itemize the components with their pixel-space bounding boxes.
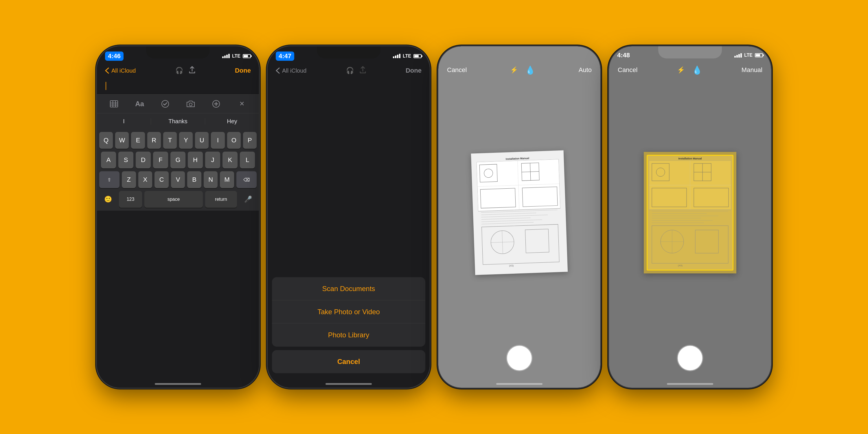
key-t[interactable]: T [163, 132, 177, 149]
key-f[interactable]: F [153, 152, 168, 168]
status-right-2: LTE [393, 54, 422, 59]
notch-1 [146, 46, 210, 58]
key-row-1: Q W E R T Y U I O P [99, 132, 257, 149]
phone-4: 4:48 LTE [609, 46, 771, 388]
notch-2 [317, 46, 380, 58]
home-indicator-4 [667, 383, 713, 385]
key-o[interactable]: O [227, 132, 241, 149]
done-button-2[interactable]: Done [406, 67, 422, 74]
mic-key[interactable]: 🎤 [239, 191, 257, 208]
cancel-button[interactable]: Cancel [272, 350, 425, 373]
scan-documents-button[interactable]: Scan Documents [272, 277, 425, 300]
document-3: Installation Manual [471, 151, 568, 275]
key-k[interactable]: K [222, 152, 238, 168]
key-h[interactable]: H [188, 152, 203, 168]
key-c[interactable]: C [155, 171, 169, 188]
key-v[interactable]: V [171, 171, 185, 188]
battery-4 [755, 53, 763, 57]
flash-icon-3[interactable]: ⚡ [510, 66, 518, 74]
svg-point-6 [189, 103, 192, 106]
svg-rect-48 [652, 226, 728, 263]
key-q[interactable]: Q [99, 132, 113, 149]
notes-content-1[interactable] [97, 78, 259, 94]
status-time-1: 4:46 [105, 52, 124, 61]
key-e[interactable]: E [131, 132, 145, 149]
predict-1[interactable]: I [97, 118, 151, 125]
close-icon[interactable]: ✕ [236, 98, 248, 110]
key-delete[interactable]: ⌫ [237, 171, 257, 188]
key-a[interactable]: A [101, 152, 116, 168]
notes-nav-2: All iCloud 🎧 Done [268, 64, 430, 78]
mode-label-3[interactable]: Auto [579, 66, 592, 74]
headphones-icon-1: 🎧 [175, 67, 183, 74]
doc-diagram-3: (XS) [476, 159, 562, 269]
take-photo-button[interactable]: Take Photo or Video [272, 300, 425, 323]
key-s[interactable]: S [118, 152, 133, 168]
svg-point-5 [162, 100, 169, 107]
back-button-2[interactable]: All iCloud [276, 67, 306, 74]
notch-4 [658, 46, 722, 58]
camera-view-3: Installation Manual [438, 81, 600, 344]
key-row-2: A S D F G H J K L [99, 152, 257, 168]
notch-3 [488, 46, 551, 58]
photo-library-button[interactable]: Photo Library [272, 323, 425, 347]
key-p[interactable]: P [243, 132, 257, 149]
back-label-2: All iCloud [282, 67, 306, 74]
share-icon-1[interactable] [189, 66, 195, 75]
key-shift[interactable]: ⇧ [99, 171, 120, 188]
cancel-button-4[interactable]: Cancel [618, 66, 638, 74]
nav-icons-1: 🎧 [175, 66, 195, 75]
compose-icon[interactable] [210, 98, 222, 110]
doc-diagram-4: (XS) [649, 161, 731, 268]
key-r[interactable]: R [147, 132, 161, 149]
key-d[interactable]: D [136, 152, 151, 168]
status-time-4: 4:48 [617, 52, 630, 59]
key-w[interactable]: W [115, 132, 129, 149]
keyboard-toolbar-1: Aa [97, 94, 259, 113]
back-button-1[interactable]: All iCloud [105, 67, 136, 74]
flash-icon-4[interactable]: ⚡ [677, 66, 685, 74]
svg-line-24 [482, 220, 542, 222]
share-icon-2[interactable] [360, 66, 366, 75]
key-space[interactable]: space [144, 191, 203, 208]
checklist-icon[interactable] [159, 98, 171, 110]
key-i[interactable]: I [211, 132, 224, 149]
key-g[interactable]: G [170, 152, 185, 168]
svg-line-22 [481, 215, 548, 217]
battery-2 [413, 54, 422, 58]
cam-toolbar-3: Cancel ⚡ 💧 Auto [438, 61, 600, 79]
svg-text:(XS): (XS) [678, 264, 683, 267]
cam-center-4: ⚡ 💧 [677, 65, 702, 75]
doc-paper-3: Installation Manual [471, 151, 568, 275]
key-y[interactable]: Y [179, 132, 193, 149]
mode-label-4[interactable]: Manual [742, 66, 763, 74]
svg-line-25 [482, 222, 533, 224]
shutter-button-4[interactable] [678, 346, 703, 370]
hdr-icon-4[interactable]: 💧 [692, 65, 702, 75]
cancel-button-3[interactable]: Cancel [447, 66, 467, 74]
predict-2[interactable]: Thanks [151, 118, 205, 125]
key-b[interactable]: B [187, 171, 202, 188]
table-icon[interactable] [108, 98, 120, 110]
key-u[interactable]: U [195, 132, 209, 149]
status-time-2: 4:47 [276, 52, 294, 61]
shutter-button-3[interactable] [507, 346, 532, 370]
camera-icon[interactable] [185, 98, 196, 110]
key-j[interactable]: J [205, 152, 220, 168]
format-icon[interactable]: Aa [134, 98, 145, 110]
status-right-4: LTE [734, 53, 763, 58]
key-return[interactable]: return [205, 191, 237, 208]
signal-bars-1 [222, 54, 230, 58]
key-n[interactable]: N [204, 171, 218, 188]
key-x[interactable]: X [138, 171, 153, 188]
key-numbers[interactable]: 123 [119, 191, 142, 208]
emoji-key[interactable]: 🙂 [99, 191, 117, 208]
done-button-1[interactable]: Done [235, 67, 251, 74]
key-z[interactable]: Z [122, 171, 136, 188]
predict-3[interactable]: Hey [205, 118, 259, 125]
key-l[interactable]: L [240, 152, 255, 168]
hdr-icon-3[interactable]: 💧 [525, 65, 535, 75]
svg-rect-26 [482, 224, 559, 265]
key-m[interactable]: M [220, 171, 234, 188]
notes-nav-1: All iCloud 🎧 Done [97, 64, 259, 78]
